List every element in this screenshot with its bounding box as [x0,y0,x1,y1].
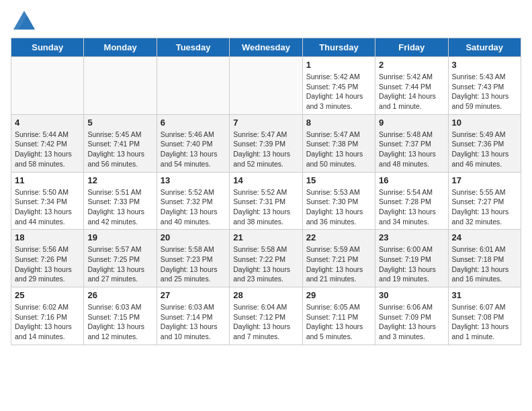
day-cell-13: 13Sunrise: 5:52 AMSunset: 7:32 PMDayligh… [157,172,229,230]
day-number: 20 [161,232,226,242]
day-number: 30 [379,290,444,300]
day-info: Sunrise: 6:04 AMSunset: 7:12 PMDaylight:… [233,302,298,342]
day-cell-18: 18Sunrise: 5:56 AMSunset: 7:26 PMDayligh… [11,230,84,287]
day-info: Sunrise: 6:07 AMSunset: 7:08 PMDaylight:… [452,302,517,342]
day-info: Sunrise: 5:56 AMSunset: 7:26 PMDaylight:… [15,244,80,284]
day-number: 23 [379,232,444,242]
day-number: 26 [87,290,152,300]
day-cell-27: 27Sunrise: 6:03 AMSunset: 7:14 PMDayligh… [157,287,229,345]
day-number: 18 [15,232,80,242]
day-number: 11 [15,175,80,185]
day-info: Sunrise: 5:55 AMSunset: 7:27 PMDaylight:… [452,187,517,227]
day-cell-4: 4Sunrise: 5:44 AMSunset: 7:42 PMDaylight… [11,114,84,172]
day-number: 4 [15,118,80,128]
day-info: Sunrise: 6:02 AMSunset: 7:16 PMDaylight:… [15,302,80,342]
day-cell-20: 20Sunrise: 5:58 AMSunset: 7:23 PMDayligh… [157,230,229,287]
empty-cell [157,57,229,115]
day-info: Sunrise: 5:52 AMSunset: 7:31 PMDaylight:… [233,187,298,227]
day-info: Sunrise: 5:46 AMSunset: 7:40 PMDaylight:… [161,130,226,169]
day-cell-6: 6Sunrise: 5:46 AMSunset: 7:40 PMDaylight… [157,114,229,172]
empty-cell [11,57,84,115]
day-number: 27 [161,290,226,300]
day-info: Sunrise: 5:51 AMSunset: 7:33 PMDaylight:… [87,187,152,227]
day-number: 6 [161,118,226,128]
day-cell-30: 30Sunrise: 6:06 AMSunset: 7:09 PMDayligh… [375,287,448,345]
day-info: Sunrise: 5:45 AMSunset: 7:41 PMDaylight:… [87,130,152,169]
day-cell-10: 10Sunrise: 5:49 AMSunset: 7:36 PMDayligh… [448,114,521,172]
day-cell-16: 16Sunrise: 5:54 AMSunset: 7:28 PMDayligh… [375,172,448,230]
day-header-tuesday: Tuesday [157,38,229,57]
day-number: 22 [306,232,371,242]
day-cell-11: 11Sunrise: 5:50 AMSunset: 7:34 PMDayligh… [11,172,84,230]
day-info: Sunrise: 5:53 AMSunset: 7:30 PMDaylight:… [306,187,371,227]
day-info: Sunrise: 5:42 AMSunset: 7:45 PMDaylight:… [306,72,371,111]
day-number: 16 [379,175,444,185]
empty-cell [84,57,157,115]
week-row-3: 11Sunrise: 5:50 AMSunset: 7:34 PMDayligh… [11,172,521,230]
day-info: Sunrise: 5:42 AMSunset: 7:44 PMDaylight:… [379,72,444,111]
day-info: Sunrise: 5:58 AMSunset: 7:22 PMDaylight:… [233,244,298,284]
day-info: Sunrise: 5:54 AMSunset: 7:28 PMDaylight:… [379,187,444,227]
day-number: 21 [233,232,298,242]
day-header-sunday: Sunday [11,38,84,57]
week-row-2: 4Sunrise: 5:44 AMSunset: 7:42 PMDaylight… [11,114,521,172]
day-cell-26: 26Sunrise: 6:03 AMSunset: 7:15 PMDayligh… [84,287,157,345]
day-info: Sunrise: 5:44 AMSunset: 7:42 PMDaylight:… [15,130,80,169]
day-info: Sunrise: 6:00 AMSunset: 7:19 PMDaylight:… [379,244,444,284]
day-cell-19: 19Sunrise: 5:57 AMSunset: 7:25 PMDayligh… [84,230,157,287]
day-number: 9 [379,118,444,128]
day-cell-29: 29Sunrise: 6:05 AMSunset: 7:11 PMDayligh… [302,287,375,345]
day-cell-8: 8Sunrise: 5:47 AMSunset: 7:38 PMDaylight… [302,114,375,172]
day-cell-17: 17Sunrise: 5:55 AMSunset: 7:27 PMDayligh… [448,172,521,230]
day-cell-23: 23Sunrise: 6:00 AMSunset: 7:19 PMDayligh… [375,230,448,287]
day-cell-9: 9Sunrise: 5:48 AMSunset: 7:37 PMDaylight… [375,114,448,172]
day-info: Sunrise: 5:52 AMSunset: 7:32 PMDaylight:… [161,187,226,227]
day-number: 1 [306,60,371,70]
day-cell-12: 12Sunrise: 5:51 AMSunset: 7:33 PMDayligh… [84,172,157,230]
day-number: 14 [233,175,298,185]
day-number: 12 [87,175,152,185]
day-cell-25: 25Sunrise: 6:02 AMSunset: 7:16 PMDayligh… [11,287,84,345]
day-cell-15: 15Sunrise: 5:53 AMSunset: 7:30 PMDayligh… [302,172,375,230]
day-number: 19 [87,232,152,242]
day-info: Sunrise: 6:01 AMSunset: 7:18 PMDaylight:… [452,244,517,284]
day-cell-2: 2Sunrise: 5:42 AMSunset: 7:44 PMDaylight… [375,57,448,115]
day-cell-7: 7Sunrise: 5:47 AMSunset: 7:39 PMDaylight… [230,114,302,172]
day-info: Sunrise: 5:59 AMSunset: 7:21 PMDaylight:… [306,244,371,284]
day-info: Sunrise: 5:57 AMSunset: 7:25 PMDaylight:… [87,244,152,284]
day-number: 10 [452,118,517,128]
day-info: Sunrise: 6:03 AMSunset: 7:14 PMDaylight:… [161,302,226,342]
day-info: Sunrise: 6:05 AMSunset: 7:11 PMDaylight:… [306,302,371,342]
day-info: Sunrise: 5:47 AMSunset: 7:38 PMDaylight:… [306,130,371,169]
header-row: SundayMondayTuesdayWednesdayThursdayFrid… [11,38,521,57]
empty-cell [230,57,302,115]
day-info: Sunrise: 5:58 AMSunset: 7:23 PMDaylight:… [161,244,226,284]
day-number: 28 [233,290,298,300]
day-cell-31: 31Sunrise: 6:07 AMSunset: 7:08 PMDayligh… [448,287,521,345]
day-number: 8 [306,118,371,128]
day-number: 25 [15,290,80,300]
day-cell-3: 3Sunrise: 5:43 AMSunset: 7:43 PMDaylight… [448,57,521,115]
day-info: Sunrise: 5:50 AMSunset: 7:34 PMDaylight:… [15,187,80,227]
day-header-friday: Friday [375,38,448,57]
day-info: Sunrise: 6:03 AMSunset: 7:15 PMDaylight:… [87,302,152,342]
day-info: Sunrise: 5:49 AMSunset: 7:36 PMDaylight:… [452,130,517,169]
day-cell-24: 24Sunrise: 6:01 AMSunset: 7:18 PMDayligh… [448,230,521,287]
day-header-monday: Monday [84,38,157,57]
day-cell-28: 28Sunrise: 6:04 AMSunset: 7:12 PMDayligh… [230,287,302,345]
day-info: Sunrise: 5:48 AMSunset: 7:37 PMDaylight:… [379,130,444,169]
day-info: Sunrise: 5:47 AMSunset: 7:39 PMDaylight:… [233,130,298,169]
week-row-4: 18Sunrise: 5:56 AMSunset: 7:26 PMDayligh… [11,230,521,287]
day-header-thursday: Thursday [302,38,375,57]
day-cell-14: 14Sunrise: 5:52 AMSunset: 7:31 PMDayligh… [230,172,302,230]
page-header [11,11,521,30]
day-cell-1: 1Sunrise: 5:42 AMSunset: 7:45 PMDaylight… [302,57,375,115]
day-number: 29 [306,290,371,300]
day-info: Sunrise: 5:43 AMSunset: 7:43 PMDaylight:… [452,72,517,111]
day-cell-22: 22Sunrise: 5:59 AMSunset: 7:21 PMDayligh… [302,230,375,287]
logo-icon [13,11,35,30]
day-header-wednesday: Wednesday [230,38,302,57]
day-number: 31 [452,290,517,300]
week-row-5: 25Sunrise: 6:02 AMSunset: 7:16 PMDayligh… [11,287,521,345]
day-header-saturday: Saturday [448,38,521,57]
